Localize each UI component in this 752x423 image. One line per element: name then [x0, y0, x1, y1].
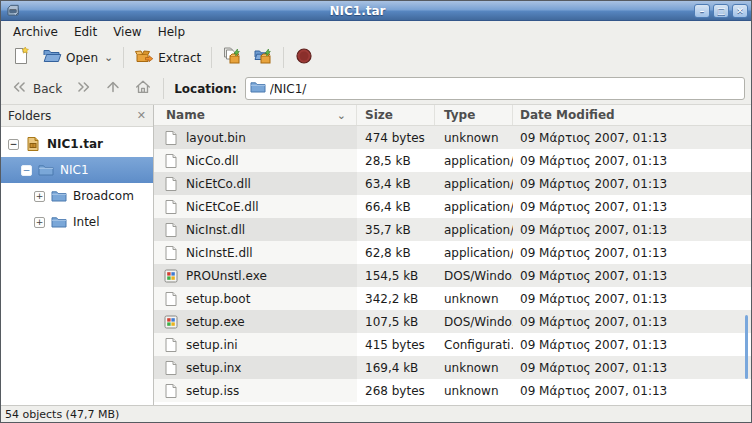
table-row[interactable]: PROUnstl.exe 154,5 kB DOS/Windo... 09 Μά…	[154, 264, 751, 287]
folder-icon	[250, 79, 266, 99]
table-row[interactable]: layout.bin 474 bytes unknown 09 Μάρτιος …	[154, 126, 751, 149]
close-panel-icon[interactable]: ✕	[137, 109, 146, 122]
expander-icon[interactable]: +	[34, 217, 45, 228]
file-name: setup.boot	[186, 292, 250, 306]
file-name-cell: NicEtCo.dll	[154, 172, 357, 195]
file-name-cell: setup.iss	[154, 379, 357, 402]
menu-view[interactable]: View	[105, 23, 149, 41]
expander-icon[interactable]: −	[8, 139, 19, 150]
open-archive-button[interactable]: Open ⌄	[37, 43, 118, 72]
table-row[interactable]: setup.ini 415 bytes Configurati... 09 Μά…	[154, 333, 751, 356]
file-name-cell: setup.exe	[154, 310, 357, 333]
table-row[interactable]: NicInstE.dll 62,8 kB application/... 09 …	[154, 241, 751, 264]
folders-title: Folders	[8, 109, 51, 123]
tree-item-nic1[interactable]: − NIC1	[1, 157, 153, 183]
extract-button[interactable]: Extract	[129, 43, 206, 72]
vertical-scrollbar[interactable]	[745, 315, 748, 379]
column-header-name[interactable]: Name ⌄	[154, 105, 357, 125]
menu-edit[interactable]: Edit	[66, 23, 105, 41]
file-icon	[163, 383, 179, 399]
tree-item-nic1-tar[interactable]: − NIC1.tar	[1, 131, 153, 157]
file-size: 154,5 kB	[357, 269, 435, 283]
forward-button[interactable]	[69, 75, 97, 102]
file-size: 63,4 kB	[357, 177, 435, 191]
file-icon	[163, 199, 179, 215]
file-type: Configurati...	[435, 338, 513, 352]
open-label: Open	[66, 51, 98, 65]
file-type: DOS/Windo...	[435, 269, 513, 283]
table-row[interactable]: NicCo.dll 28,5 kB application/... 09 Μάρ…	[154, 149, 751, 172]
file-date-modified: 09 Μάρτιος 2007, 01:13	[513, 200, 751, 214]
file-type: unknown	[435, 384, 513, 398]
tree-item-broadcom[interactable]: + Broadcom	[1, 183, 153, 209]
file-name-cell: PROUnstl.exe	[154, 264, 357, 287]
file-name-cell: NicInstE.dll	[154, 241, 357, 264]
executable-file-icon	[163, 268, 179, 284]
file-table: Name ⌄ Size Type Date Modified layout.bi…	[154, 105, 751, 405]
table-row[interactable]: NicInst.dll 35,7 kB application/... 09 Μ…	[154, 218, 751, 241]
maximize-button[interactable]: □	[713, 4, 729, 18]
close-button[interactable]: ✕	[732, 4, 748, 18]
file-type: unknown	[435, 131, 513, 145]
back-button[interactable]: Back	[6, 75, 67, 102]
file-icon	[163, 130, 179, 146]
location-input[interactable]	[270, 82, 740, 96]
add-folder-button[interactable]	[248, 43, 278, 72]
titlebar[interactable]: NIC1.tar – □ ✕	[1, 1, 751, 21]
expander-icon[interactable]: −	[21, 165, 32, 176]
file-name-cell: setup.boot	[154, 287, 357, 310]
extract-box-icon	[134, 46, 154, 69]
menu-archive[interactable]: Archive	[5, 23, 66, 41]
file-name: setup.iss	[186, 384, 239, 398]
stop-button[interactable]	[289, 43, 319, 72]
file-name: layout.bin	[186, 131, 246, 145]
tree-item-intel[interactable]: + Intel	[1, 209, 153, 235]
executable-file-icon	[163, 314, 179, 330]
new-archive-button[interactable]	[6, 43, 36, 72]
table-row[interactable]: NicEtCoE.dll 66,4 kB application/... 09 …	[154, 195, 751, 218]
column-header-size[interactable]: Size	[357, 105, 435, 125]
location-entry[interactable]	[245, 77, 745, 100]
column-label: Size	[365, 108, 393, 122]
status-text: 54 objects (47,7 MB)	[5, 408, 119, 421]
file-type: application/...	[435, 223, 513, 237]
table-header: Name ⌄ Size Type Date Modified	[154, 105, 751, 126]
tree-item-label: Broadcom	[73, 189, 134, 203]
file-size: 268 bytes	[357, 384, 435, 398]
file-size: 415 bytes	[357, 338, 435, 352]
open-dropdown-icon[interactable]: ⌄	[104, 51, 113, 64]
table-row[interactable]: setup.exe 107,5 kB DOS/Windo... 09 Μάρτι…	[154, 310, 751, 333]
file-name: NicInst.dll	[186, 223, 245, 237]
file-type: DOS/Windo...	[435, 315, 513, 329]
file-name-cell: setup.ini	[154, 333, 357, 356]
table-row[interactable]: setup.boot 342,2 kB unknown 09 Μάρτιος 2…	[154, 287, 751, 310]
menu-help[interactable]: Help	[150, 23, 193, 41]
file-date-modified: 09 Μάρτιος 2007, 01:13	[513, 292, 751, 306]
up-button[interactable]	[99, 75, 127, 102]
file-icon	[163, 176, 179, 192]
folder-tree: − NIC1.tar − NIC1 + Broadcom + I	[1, 127, 153, 235]
table-row[interactable]: setup.iss 268 bytes unknown 09 Μάρτιος 2…	[154, 379, 751, 402]
table-row[interactable]: NicEtCo.dll 63,4 kB application/... 09 Μ…	[154, 172, 751, 195]
file-date-modified: 09 Μάρτιος 2007, 01:13	[513, 269, 751, 283]
table-row[interactable]: setup.inx 169,4 kB unknown 09 Μάρτιος 20…	[154, 356, 751, 379]
column-header-date-modified[interactable]: Date Modified	[513, 105, 751, 125]
column-header-type[interactable]: Type	[435, 105, 513, 125]
toolbar: Open ⌄ Extract	[1, 42, 751, 73]
window-archive-icon	[6, 3, 21, 18]
add-files-button[interactable]	[217, 43, 247, 72]
file-type: unknown	[435, 292, 513, 306]
file-icon	[163, 360, 179, 376]
archive-manager-window: NIC1.tar – □ ✕ Archive Edit View Help Op…	[0, 0, 752, 423]
location-bar: Back Location:	[1, 73, 751, 104]
minimize-button[interactable]: –	[694, 4, 710, 18]
tree-item-label: NIC1	[60, 163, 89, 177]
location-label: Location:	[174, 82, 237, 96]
home-icon	[134, 78, 152, 99]
file-icon	[163, 153, 179, 169]
expander-icon[interactable]: +	[34, 191, 45, 202]
file-name-cell: NicInst.dll	[154, 218, 357, 241]
home-button[interactable]	[129, 75, 157, 102]
folder-icon	[51, 188, 67, 204]
sort-down-icon: ⌄	[337, 109, 346, 122]
